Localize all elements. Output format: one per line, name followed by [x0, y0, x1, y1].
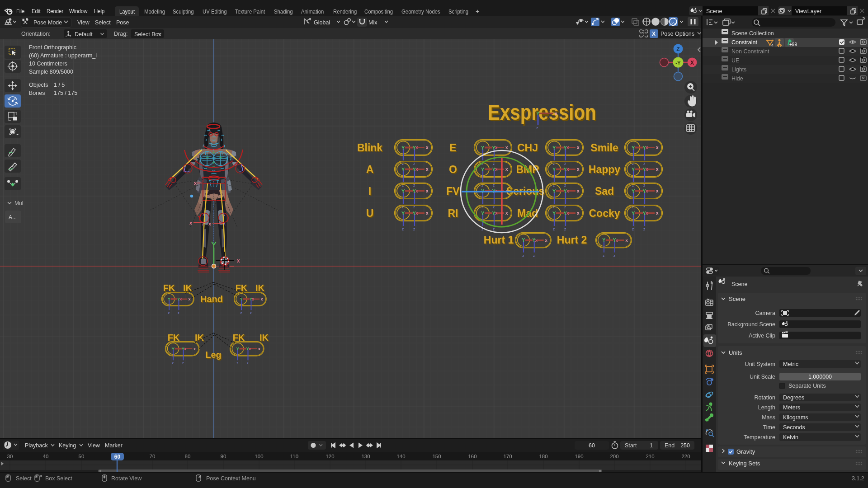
svg-text:Separate Units: Separate Units: [788, 383, 826, 389]
svg-text:Temperature: Temperature: [744, 434, 775, 441]
svg-text:IK: IK: [195, 333, 204, 343]
svg-text:RI: RI: [448, 207, 458, 219]
svg-text:Non Constraint: Non Constraint: [731, 48, 769, 55]
svg-text:Rotate View: Rotate View: [111, 475, 142, 482]
svg-text:Kilograms: Kilograms: [783, 414, 808, 421]
svg-text:FK: FK: [233, 333, 245, 343]
svg-text:Meters: Meters: [783, 404, 800, 411]
svg-text:Exspression: Exspression: [488, 100, 596, 124]
svg-text:210: 210: [646, 454, 654, 459]
svg-text:170: 170: [503, 454, 512, 459]
svg-text:Scene Collection: Scene Collection: [731, 30, 774, 37]
svg-text:Unit Scale: Unit Scale: [750, 374, 775, 380]
svg-text:Degrees: Degrees: [783, 394, 804, 401]
svg-text:Scene: Scene: [731, 281, 747, 287]
svg-text:IK: IK: [255, 283, 265, 293]
svg-text:IK: IK: [259, 333, 269, 343]
svg-text:Kelvin: Kelvin: [783, 434, 798, 441]
svg-text:Cocky: Cocky: [589, 207, 620, 219]
svg-text:110: 110: [290, 454, 298, 459]
svg-text:Unit System: Unit System: [745, 361, 775, 367]
svg-text:Marker: Marker: [105, 442, 123, 449]
svg-text:FK: FK: [168, 333, 180, 343]
svg-text:Start: Start: [625, 442, 637, 449]
svg-text:Select: Select: [16, 475, 32, 482]
svg-text:Time: Time: [763, 424, 775, 431]
svg-text:z: z: [536, 126, 538, 130]
svg-text:Camera: Camera: [755, 310, 776, 316]
svg-text:Keying Sets: Keying Sets: [729, 460, 760, 467]
svg-text:x: x: [194, 180, 197, 186]
svg-text:90: 90: [221, 454, 226, 459]
svg-text:Playback: Playback: [25, 442, 48, 449]
svg-text:120: 120: [326, 454, 334, 459]
svg-text:-Y: -Y: [675, 60, 681, 66]
svg-text:Sample 809/5000: Sample 809/5000: [29, 69, 73, 75]
svg-text:220: 220: [681, 454, 690, 459]
svg-text:Metric: Metric: [783, 361, 798, 367]
svg-text:100: 100: [255, 454, 263, 459]
svg-text:Lights: Lights: [731, 66, 746, 73]
svg-text:Hand: Hand: [200, 294, 223, 304]
svg-text:80: 80: [185, 454, 191, 459]
svg-text:Front Orthographic: Front Orthographic: [29, 44, 76, 51]
svg-text:Hide: Hide: [731, 75, 743, 82]
svg-text:Box Select: Box Select: [45, 475, 72, 482]
svg-text:A: A: [366, 164, 374, 175]
svg-text:X: X: [652, 31, 656, 37]
svg-text:CHJ: CHJ: [517, 142, 538, 154]
svg-text:30: 30: [7, 454, 13, 459]
svg-text:3.1.2: 3.1.2: [852, 475, 864, 482]
svg-text:Pose Context Menu: Pose Context Menu: [206, 475, 256, 482]
svg-text:FK: FK: [163, 283, 175, 293]
svg-text:160: 160: [468, 454, 476, 459]
svg-text:Smile: Smile: [590, 142, 618, 154]
svg-text:x: x: [555, 111, 557, 116]
svg-text:I: I: [368, 185, 371, 197]
svg-text:60: 60: [114, 454, 121, 460]
svg-text:Scene: Scene: [729, 296, 745, 302]
svg-text:Bones: Bones: [29, 90, 45, 96]
svg-text:70: 70: [150, 454, 156, 459]
svg-text:130: 130: [361, 454, 370, 459]
svg-text:O: O: [449, 164, 457, 175]
svg-text:150: 150: [432, 454, 441, 459]
svg-text:UE: UE: [731, 57, 739, 64]
svg-text:1: 1: [650, 442, 653, 449]
svg-text:Blink: Blink: [357, 142, 382, 154]
svg-text:X: X: [690, 60, 694, 66]
svg-text:x: x: [237, 258, 240, 264]
svg-text:Happy: Happy: [589, 164, 621, 175]
svg-text:View: View: [88, 442, 100, 449]
svg-text:60: 60: [589, 442, 595, 449]
svg-text:50: 50: [79, 454, 85, 459]
svg-text:140: 140: [396, 454, 405, 459]
svg-text:250: 250: [680, 442, 690, 449]
svg-text:Hurt 2: Hurt 2: [557, 234, 587, 246]
svg-text:175 / 175: 175 / 175: [54, 90, 77, 96]
svg-text:U: U: [366, 207, 374, 219]
svg-text:Gravity: Gravity: [736, 448, 755, 455]
svg-text:Mass: Mass: [762, 414, 775, 421]
svg-text:10 Centimeters: 10 Centimeters: [29, 61, 67, 67]
svg-text:FK: FK: [236, 283, 248, 293]
svg-text:ViewLayer: ViewLayer: [795, 8, 821, 14]
svg-text:+99: +99: [789, 42, 797, 47]
svg-text:4: 4: [771, 43, 774, 47]
svg-text:Objects: Objects: [29, 82, 48, 88]
svg-text:Z: Z: [676, 46, 679, 52]
svg-text:Sad: Sad: [595, 185, 614, 197]
svg-text:200: 200: [610, 454, 618, 459]
svg-text:190: 190: [575, 454, 583, 459]
svg-text:x: x: [208, 221, 212, 226]
svg-text:Length: Length: [758, 404, 775, 411]
svg-text:Hurt 1: Hurt 1: [484, 234, 514, 246]
svg-text:Active Clip: Active Clip: [749, 333, 775, 339]
svg-text:IK: IK: [183, 283, 193, 293]
svg-text:Scene: Scene: [706, 8, 722, 14]
svg-text:FV: FV: [446, 185, 460, 197]
svg-text:Mul: Mul: [14, 200, 23, 206]
svg-text:1.000000: 1.000000: [808, 374, 832, 380]
svg-text:1 / 5: 1 / 5: [54, 82, 65, 88]
svg-text:180: 180: [539, 454, 547, 459]
